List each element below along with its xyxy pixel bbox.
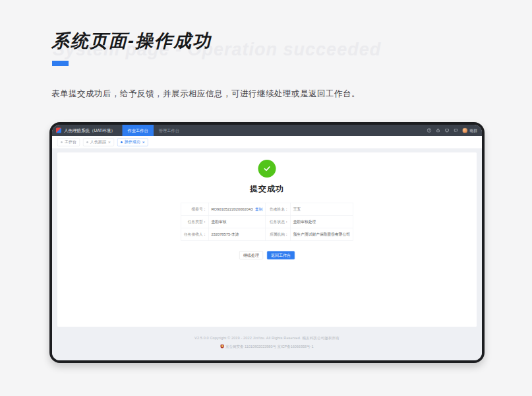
field-value: 预生产测试财产保险股份有限公司 [291, 228, 353, 240]
user-name[interactable]: 晓群 [470, 128, 478, 133]
tab-dot-icon [61, 141, 63, 143]
field-value: 查勘审核处理 [291, 215, 353, 228]
table-row: 任务类型： 查勘审核 任务状态： 查勘审核处理 [181, 215, 353, 228]
accent-bar [52, 61, 69, 66]
tab-workbench[interactable]: 工作台 [57, 138, 80, 146]
field-label: 任务状态： [266, 215, 291, 228]
app-title: 人伤理赔系统（UAT环境） [64, 127, 115, 133]
field-label: 报案号： [181, 203, 209, 215]
result-title: 提交成功 [250, 183, 284, 194]
field-value: 查勘审核 [208, 215, 265, 228]
help-icon[interactable] [427, 128, 432, 133]
page-footer: V2.5.0.0 Copyright © 2019 - 2022 JinYou.… [52, 335, 482, 349]
page-description: 表单提交成功后，给予反馈，并展示相应信息，可进行继续处理或是返回工作台。 [51, 88, 360, 100]
field-label: 所属机构： [266, 228, 291, 240]
page-title: 系统页面-操作成功 [51, 29, 212, 53]
lock-icon[interactable] [436, 128, 440, 133]
action-button-row: 继续处理 返回工作台 [239, 251, 295, 260]
mockup-viewport: 人伤理赔系统（UAT环境） 作业工作台 管理工作台 [52, 125, 482, 360]
success-check-icon [258, 160, 276, 178]
message-icon[interactable] [454, 128, 458, 133]
tab-label: 操作成功 [125, 139, 140, 145]
field-label: 伤者姓名： [266, 203, 291, 215]
tab-operation-success[interactable]: 操作成功 × [117, 138, 148, 146]
table-row: 报案号： RO90105222020002043复制 伤者姓名： 王五 [181, 203, 353, 215]
icp-text: 京公网安备 11010802023980号 京ICP备16066958号-1 [225, 344, 314, 349]
close-icon[interactable]: × [108, 140, 111, 145]
nav-tab-admin-workbench[interactable]: 管理工作台 [154, 125, 185, 136]
field-label: 任务接收人： [181, 228, 209, 240]
avatar[interactable] [462, 127, 468, 133]
field-value: 王五 [291, 203, 353, 215]
field-value: RO90105222020002043复制 [208, 203, 265, 215]
nav-tab-work-workbench[interactable]: 作业工作台 [123, 125, 154, 136]
result-info-table: 报案号： RO90105222020002043复制 伤者姓名： 王五 任务类型… [181, 203, 353, 241]
monitor-icon[interactable] [445, 128, 450, 133]
return-workbench-button[interactable]: 返回工作台 [267, 251, 295, 260]
tab-label: 人伤跟踪 [90, 139, 106, 145]
tab-dot-icon [121, 141, 123, 143]
field-value: 232078575-李涛 [208, 228, 265, 240]
continue-processing-button[interactable]: 继续处理 [239, 251, 263, 260]
table-row: 任务接收人： 232078575-李涛 所属机构： 预生产测试财产保险股份有限公… [181, 228, 353, 240]
field-label: 任务类型： [181, 215, 209, 228]
close-icon[interactable]: × [142, 140, 145, 145]
copyright-text: V2.5.0.0 Copyright © 2019 - 2022 JinYou.… [52, 335, 482, 341]
result-card: 提交成功 报案号： RO90105222020002043复制 伤者姓名： 王五… [57, 152, 477, 327]
tab-injury-tracking[interactable]: 人伤跟踪 × [83, 138, 114, 146]
icp-line: 京公网安备 11010802023980号 京ICP备16066958号-1 [52, 344, 482, 349]
copy-link[interactable]: 复制 [255, 207, 263, 211]
top-navbar: 人伤理赔系统（UAT环境） 作业工作台 管理工作台 [52, 125, 482, 136]
breadcrumb-tab-bar: 工作台 人伤跟踪 × 操作成功 × [52, 136, 482, 148]
report-number: RO90105222020002043 [211, 207, 252, 211]
security-emblem-icon [220, 345, 223, 348]
tab-label: 工作台 [65, 139, 76, 145]
app-logo-icon [56, 128, 61, 133]
tab-dot-icon [86, 141, 88, 143]
browser-mockup-frame: 人伤理赔系统（UAT环境） 作业工作台 管理工作台 [49, 122, 485, 363]
